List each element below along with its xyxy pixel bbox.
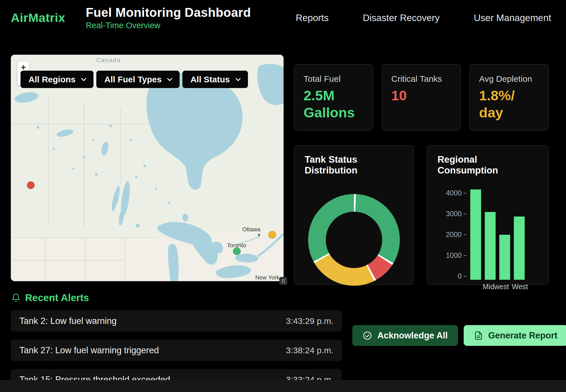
chevron-down-icon	[167, 76, 172, 81]
map-label-ottawa: Ottawa	[242, 226, 260, 232]
tick-mark	[464, 214, 467, 214]
chart-title: Regional Consumption	[437, 154, 538, 176]
bar-chart-y-axis: 4000 3000 2000 1000 0	[440, 189, 467, 280]
document-icon	[474, 331, 483, 340]
stat-card-avg-depletion: Avg Depletion 1.8%/ day	[470, 64, 549, 130]
stat-label: Critical Tanks	[391, 74, 451, 84]
alerts-header: Recent Alerts	[11, 292, 342, 303]
ottawa-city-dot	[258, 234, 260, 236]
stat-label: Total Fuel	[304, 74, 364, 84]
stat-value-total-fuel: 2.5M Gallons	[304, 87, 364, 121]
drag-dots-icon	[281, 279, 286, 283]
regions-filter-label: All Regions	[28, 75, 76, 84]
acknowledge-all-button[interactable]: Acknowledge All	[352, 325, 458, 346]
bar	[470, 189, 481, 280]
window-bottom-bar	[0, 380, 566, 392]
bar-col	[497, 189, 512, 280]
y-tick: 0	[458, 273, 467, 280]
donut-holder	[305, 194, 403, 286]
y-tick: 1000	[446, 252, 467, 259]
regions-filter-dropdown[interactable]: All Regions	[21, 71, 93, 88]
acknowledge-all-label: Acknowledge All	[377, 330, 448, 341]
generate-report-button[interactable]: Generate Report	[464, 325, 566, 346]
map-panel: Canada Ottawa Toronto New York + − All R…	[11, 55, 284, 281]
brand-logo: AirMatrix	[11, 11, 65, 25]
page-subtitle: Real-Time Overview	[86, 21, 251, 30]
regional-consumption-chart-card: Regional Consumption 4000 3000 2000 1000…	[427, 145, 549, 285]
alerts-actions: Acknowledge All Generate Report	[342, 289, 566, 392]
chart-title: Tank Status Distribution	[305, 154, 403, 176]
chevron-down-icon	[81, 76, 86, 81]
stat-value-avg-depletion: 1.8%/ day	[479, 87, 539, 121]
stat-label: Avg Depletion	[479, 74, 539, 84]
metrics-column: Total Fuel 2.5M Gallons Critical Tanks 1…	[294, 55, 549, 285]
alert-message: Tank 27: Low fuel warning triggered	[19, 345, 159, 356]
alert-row: Tank 27: Low fuel warning triggered 3:38…	[11, 340, 342, 361]
map-basemap: Canada Ottawa Toronto New York	[11, 55, 284, 281]
map-canvas[interactable]: Canada Ottawa Toronto New York	[11, 55, 284, 281]
status-filter-dropdown[interactable]: All Status	[182, 71, 248, 88]
tick-mark	[464, 193, 467, 193]
nav-reports[interactable]: Reports	[296, 13, 329, 23]
map-label-new-york: New York	[255, 274, 280, 281]
nav-user-management[interactable]: User Management	[474, 13, 551, 23]
y-tick: 3000	[446, 210, 467, 217]
fuel-types-filter-label: All Fuel Types	[104, 75, 162, 84]
bar	[485, 212, 496, 280]
generate-report-label: Generate Report	[488, 330, 557, 341]
main-nav: Reports Disaster Recovery User Managemen…	[296, 13, 551, 23]
alerts-title: Recent Alerts	[25, 292, 89, 303]
status-filter-label: All Status	[190, 75, 230, 84]
map-label-canada: Canada	[96, 57, 121, 63]
bar-chart: 4000 3000 2000 1000 0	[440, 189, 538, 291]
title-block: Fuel Monitoring Dashboard Real-Time Over…	[86, 5, 251, 30]
y-tick: 4000	[446, 189, 467, 197]
bars-row	[468, 189, 526, 280]
donut-chart	[308, 194, 400, 286]
stat-card-total-fuel: Total Fuel 2.5M Gallons	[294, 64, 373, 130]
tank-status-chart-card: Tank Status Distribution	[294, 145, 414, 285]
y-tick: 2000	[446, 231, 467, 238]
check-circle-icon	[363, 331, 372, 340]
tank-marker-warning[interactable]	[268, 231, 276, 238]
app-header: AirMatrix Fuel Monitoring Dashboard Real…	[0, 0, 566, 36]
chevron-down-icon	[235, 76, 241, 81]
alerts-list-panel: Recent Alerts Tank 2: Low fuel warning 3…	[11, 289, 342, 392]
bar	[514, 217, 525, 280]
tick-mark	[464, 276, 467, 277]
nav-disaster-recovery[interactable]: Disaster Recovery	[363, 13, 440, 23]
tank-marker-normal[interactable]	[233, 248, 241, 255]
alert-timestamp: 3:43:29 p.m.	[286, 316, 333, 326]
page-title: Fuel Monitoring Dashboard	[86, 5, 251, 20]
bar-col	[468, 189, 483, 280]
dashboard-root: AirMatrix Fuel Monitoring Dashboard Real…	[0, 0, 566, 392]
bar	[499, 235, 510, 280]
alerts-section: Recent Alerts Tank 2: Low fuel warning 3…	[0, 285, 566, 392]
stat-card-critical-tanks: Critical Tanks 10	[382, 64, 461, 130]
bell-icon	[11, 293, 21, 302]
alert-timestamp: 3:38:24 p.m.	[286, 346, 333, 355]
map-resize-handle[interactable]	[279, 277, 287, 285]
bar-col	[483, 189, 497, 280]
fuel-types-filter-dropdown[interactable]: All Fuel Types	[96, 71, 180, 88]
tick-mark	[464, 255, 467, 256]
tick-mark	[464, 234, 467, 235]
map-filters: All Regions All Fuel Types All Status	[21, 71, 248, 88]
alert-row: Tank 2: Low fuel warning 3:43:29 p.m.	[11, 310, 342, 332]
main-content: Canada Ottawa Toronto New York + − All R…	[0, 36, 566, 285]
bar-col	[512, 189, 526, 280]
alert-message: Tank 2: Low fuel warning	[19, 316, 117, 326]
stats-row: Total Fuel 2.5M Gallons Critical Tanks 1…	[294, 64, 549, 130]
tank-marker-critical[interactable]	[27, 181, 34, 189]
bar-chart-plot: Midwest West	[468, 189, 526, 291]
stat-value-critical-tanks: 10	[391, 87, 451, 104]
charts-row: Tank Status Distribution Regional Consum…	[294, 145, 549, 285]
